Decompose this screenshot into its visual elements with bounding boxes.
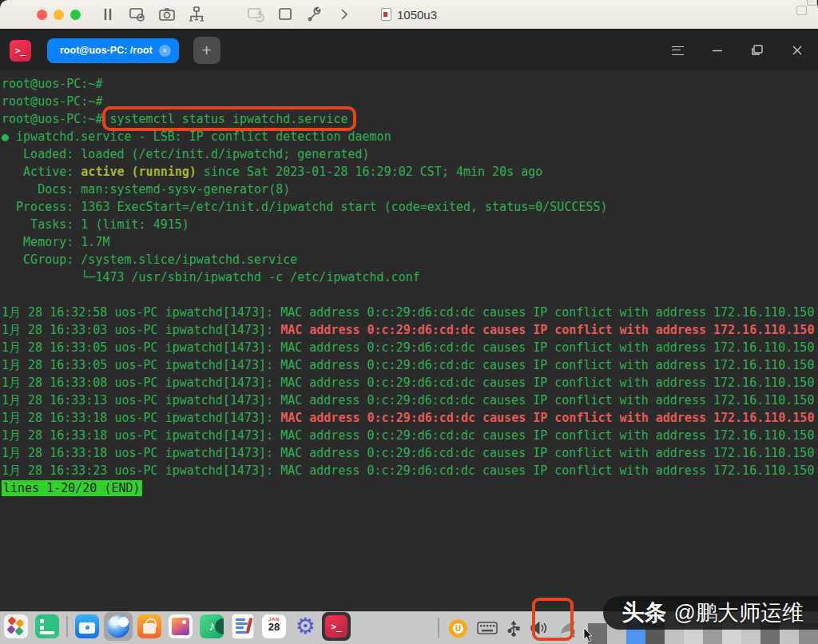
terminal-line: 1月 28 16:33:08 uos-PC ipwatchd[1473]: MA… (2, 374, 818, 392)
terminal-app-icon: >_ (10, 40, 31, 62)
terminal-line: 1月 28 16:33:18 uos-PC ipwatchd[1473]: MA… (2, 409, 818, 427)
uos-id-icon[interactable]: U (449, 619, 467, 638)
new-tab-button[interactable]: + (193, 37, 220, 64)
terminal-text: 1月 28 16:33:03 uos-PC ipwatchd[1473]: (2, 323, 280, 337)
close-window-button[interactable] (37, 10, 47, 20)
close-icon[interactable] (788, 41, 807, 60)
terminal-line: └─1473 /usr/sbin/ipwatchd -c /etc/ipwatc… (2, 268, 818, 286)
terminal-line: lines 1-20/20 (END) (2, 479, 818, 497)
camera-icon[interactable] (157, 5, 177, 24)
traffic-lights (37, 10, 81, 20)
terminal-text: Docs: man:systemd-sysv-generator(8) (2, 182, 290, 197)
zoom-window-button[interactable] (70, 10, 81, 20)
terminal-text: MAC address 0:c:29:d6:cd:dc causes IP co… (280, 411, 814, 425)
terminal-text: root@uos-PC:~# (2, 77, 109, 91)
watermark-handle: @鹏大师运维 (674, 598, 804, 627)
vm-document-icon (381, 8, 391, 21)
mouse-cursor (583, 628, 594, 644)
control-center-icon[interactable]: ⚙ (293, 614, 317, 638)
music-icon[interactable]: ♪ (200, 614, 224, 638)
terminal-text: 1月 28 16:33:23 uos-PC ipwatchd[1473]: MA… (2, 463, 814, 478)
terminal-text: root@uos-PC:~# (2, 94, 109, 109)
minimize-window-button[interactable] (54, 10, 64, 20)
usb-devices-icon[interactable] (187, 5, 206, 24)
terminal-line: root@uos-PC:~# systemctl status ipwatchd… (2, 110, 818, 128)
terminal-text: lines 1-20/20 (END) (2, 480, 142, 496)
terminal-text: 1月 28 16:33:05 uos-PC ipwatchd[1473]: MA… (2, 358, 814, 372)
terminal-line: 1月 28 16:33:03 uos-PC ipwatchd[1473]: MA… (2, 321, 818, 339)
terminal-text: 1月 28 16:33:13 uos-PC ipwatchd[1473]: MA… (2, 393, 814, 407)
terminal-tab[interactable]: root@uos-PC: /root × (47, 38, 179, 63)
terminal-text (2, 288, 9, 302)
window-controls (668, 30, 818, 70)
terminal-line: Process: 1363 ExecStart=/etc/init.d/ipwa… (2, 198, 818, 216)
dock-separator (66, 616, 68, 637)
terminal-line: 1月 28 16:33:05 uos-PC ipwatchd[1473]: MA… (2, 339, 818, 356)
calendar-icon[interactable]: JAN 28 (262, 614, 286, 638)
snapshots-icon[interactable] (128, 5, 147, 24)
file-manager-icon[interactable] (75, 614, 99, 638)
screen: 1050u3 >_ root@uos-PC: /root × + root@uo… (0, 0, 818, 644)
vm-title-text: 1050u3 (397, 8, 437, 22)
terminal-line: root@uos-PC:~# (2, 93, 818, 110)
terminal-line: CGroup: /system.slice/ipwatchd.service (2, 251, 818, 268)
terminal-line: Active: active (running) since Sat 2023-… (2, 163, 818, 181)
browser-icon[interactable] (106, 614, 130, 638)
image-viewer-icon[interactable] (169, 614, 193, 638)
terminal-text: 1月 28 16:33:05 uos-PC ipwatchd[1473]: MA… (2, 340, 814, 355)
watermark-prefix: 头条 (622, 598, 667, 628)
terminal-text: 1月 28 16:33:18 uos-PC ipwatchd[1473]: (2, 411, 280, 425)
usb-icon[interactable] (507, 619, 520, 637)
terminal-line: Tasks: 1 (limit: 4915) (2, 216, 818, 233)
restore-snapshot-icon[interactable] (246, 5, 265, 24)
terminal-text: active (running) (81, 165, 197, 179)
terminal-text: 1月 28 16:33:18 uos-PC ipwatchd[1473]: MA… (2, 446, 814, 460)
annotated-command: systemctl status ipwatchd.service (109, 112, 347, 126)
terminal-line: 1月 28 16:33:13 uos-PC ipwatchd[1473]: MA… (2, 392, 818, 409)
vm-toolbar (98, 5, 354, 24)
terminal-dock-icon[interactable]: >_ (324, 614, 348, 638)
terminal-text: Memory: 1.7M (2, 235, 109, 249)
terminal-text: root@uos-PC:~# (2, 112, 109, 126)
terminal-text: └─1473 /usr/sbin/ipwatchd -c /etc/ipwatc… (2, 270, 420, 284)
terminal-line: 1月 28 16:33:23 uos-PC ipwatchd[1473]: MA… (2, 462, 818, 479)
terminal-text: Process: 1363 ExecStart=/etc/init.d/ipwa… (2, 200, 608, 214)
restore-window-icon[interactable] (748, 41, 767, 60)
text-editor-icon[interactable] (231, 614, 255, 638)
pause-icon[interactable] (98, 5, 117, 24)
tray-separator (438, 618, 439, 638)
watermark: 头条 @鹏大师运维 (603, 596, 818, 630)
minimize-icon[interactable] (708, 41, 727, 60)
toolbar-expand-icon[interactable] (335, 5, 354, 24)
terminal-line: 1月 28 16:33:18 uos-PC ipwatchd[1473]: MA… (2, 427, 818, 444)
terminal-text: Tasks: 1 (limit: 4915) (2, 217, 189, 232)
app-store-icon[interactable] (137, 614, 161, 638)
dock: ♪ JAN 28 ⚙ >_ (4, 614, 348, 638)
terminal-line: 1月 28 16:33:18 uos-PC ipwatchd[1473]: MA… (2, 444, 818, 462)
terminal-line: root@uos-PC:~# (2, 75, 818, 93)
launcher-icon[interactable] (4, 614, 28, 638)
terminal-tab-label: root@uos-PC: /root (60, 45, 153, 56)
menu-icon[interactable] (668, 41, 687, 60)
terminal-text: CGroup: /system.slice/ipwatchd.service (2, 252, 297, 267)
keyboard-icon[interactable] (477, 621, 498, 635)
fullscreen-icon[interactable] (276, 5, 295, 24)
terminal-text: since Sat 2023-01-28 16:29:02 CST; 4min … (197, 165, 542, 179)
terminal-text: 1月 28 16:32:58 uos-PC ipwatchd[1473]: MA… (2, 305, 814, 320)
network-annotation-box (532, 598, 574, 641)
terminal-line: 1月 28 16:32:58 uos-PC ipwatchd[1473]: MA… (2, 304, 818, 321)
terminal-text: Loaded: loaded (/etc/init.d/ipwatchd; ge… (2, 147, 370, 161)
terminal-line: Docs: man:systemd-sysv-generator(8) (2, 181, 818, 198)
terminal-line: Loaded: loaded (/etc/init.d/ipwatchd; ge… (2, 145, 818, 163)
settings-wrench-icon[interactable] (305, 5, 324, 24)
terminal-output[interactable]: root@uos-PC:~# root@uos-PC:~# root@uos-P… (0, 70, 818, 611)
terminal-text: 1月 28 16:33:08 uos-PC ipwatchd[1473]: MA… (2, 376, 814, 390)
multitasking-view-icon[interactable] (35, 614, 59, 638)
terminal-line: 1月 28 16:33:05 uos-PC ipwatchd[1473]: MA… (2, 356, 818, 374)
terminal-text: ● ipwatchd.service - LSB: IP conflict de… (2, 129, 391, 144)
tab-close-icon[interactable]: × (159, 45, 171, 57)
terminal-line: Memory: 1.7M (2, 233, 818, 251)
terminal-line: ● ipwatchd.service - LSB: IP conflict de… (2, 128, 818, 145)
terminal-line (2, 286, 818, 304)
terminal-text: Active: (2, 165, 81, 179)
